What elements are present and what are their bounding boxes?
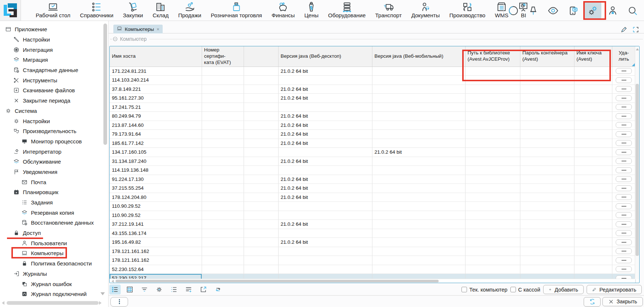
table-row[interactable]: 178.121.161.162 [110,256,636,265]
table-cell[interactable] [278,202,372,211]
refresh-button[interactable] [584,297,601,307]
table-cell[interactable] [520,94,574,103]
table-cell[interactable] [372,94,465,103]
table-cell[interactable] [278,265,372,274]
menu-item-8[interactable]: Цены [300,0,323,18]
table-cell[interactable] [520,121,574,130]
table-cell[interactable] [465,256,520,265]
table-cell[interactable] [520,220,574,229]
table-cell[interactable] [465,103,520,112]
table-cell[interactable] [278,247,372,256]
table-cell[interactable] [372,256,465,265]
app-logo[interactable] [0,0,21,21]
table-cell[interactable] [244,139,278,148]
sidebar-item-журналы[interactable]: Журналы [0,269,102,279]
table-row[interactable]: 213.87.144.6021.0.2 64 bit [110,121,636,130]
table-cell[interactable] [202,166,244,175]
delete-row-button[interactable] [616,131,632,137]
table-row[interactable]: 31.134.187.24021.0.2 64 bit [110,157,636,166]
delete-row-button[interactable] [616,68,632,74]
table-cell[interactable]: 21.0.2 64 bit [278,157,372,166]
sidebar-item-доступ[interactable]: Доступ [0,228,102,238]
table-cell[interactable] [202,148,244,157]
table-cell[interactable]: 213.87.144.60 [110,121,202,130]
delete-row-button[interactable] [616,194,632,200]
table-cell[interactable] [244,130,278,139]
table-cell[interactable] [372,193,465,202]
search-icon[interactable] [624,2,641,19]
table-cell[interactable] [202,184,244,193]
table-hscroll-thumb[interactable] [116,280,439,282]
table-cell[interactable] [520,229,574,238]
sidebar-scroll-right-arrow[interactable] [99,301,102,305]
table-cell[interactable] [465,166,520,175]
table-cell[interactable]: 95.161.227.30 [110,94,202,103]
table-cell[interactable] [202,94,244,103]
table-row[interactable]: 185.61.77.14221.0.2 64 bit [110,139,636,148]
table-cell[interactable] [202,157,244,166]
table-cell[interactable] [574,265,612,274]
edit-form-pencil-icon[interactable] [620,26,627,35]
table-cell[interactable] [244,184,278,193]
menu-item-5[interactable]: Продажи [173,0,206,18]
table-cell[interactable] [574,112,612,121]
table-cell[interactable] [372,103,465,112]
table-cell[interactable] [372,202,465,211]
table-cell[interactable] [574,184,612,193]
table-cell[interactable] [520,193,574,202]
table-cell[interactable] [278,76,372,85]
table-cell[interactable] [574,157,612,166]
sidebar-item-приложение[interactable]: Приложение [0,24,102,35]
table-cell[interactable]: 114.103.240.214 [110,76,202,85]
sidebar-item-компьютеры[interactable]: Компьютеры [0,248,102,258]
table-cell[interactable] [202,211,244,220]
table-cell[interactable] [278,211,372,220]
current-computer-checkbox[interactable]: Тек. компьютер [461,287,507,293]
table-cell[interactable] [202,265,244,274]
numbered-list-button[interactable] [168,285,180,294]
table-cell[interactable] [465,202,520,211]
menu-item-1[interactable]: Рабочий стол [31,0,75,18]
table-cell[interactable] [520,103,574,112]
delete-row-button[interactable] [616,158,632,164]
table-cell[interactable] [574,139,612,148]
sidebar-item-скачивание-файлов[interactable]: Скачивание файлов [0,85,102,96]
table-row[interactable]: 17.241.75.21 [110,103,636,112]
table-cell[interactable] [520,76,574,85]
table-cell[interactable]: 21.0.2 64 bit [372,148,465,157]
sidebar-item-настройки[interactable]: Настройки [0,35,102,45]
table-cell[interactable] [372,265,465,274]
table-cell[interactable] [574,121,612,130]
table-cell[interactable] [520,130,574,139]
table-cell[interactable]: 21.0.2 64 bit [278,139,372,148]
sidebar-item-журнал-подключений[interactable]: Журнал подключений [0,289,102,299]
sidebar-item-журнал-ошибок[interactable]: Журнал ошибок [0,279,102,289]
table-cell[interactable] [202,247,244,256]
table-cell[interactable] [520,256,574,265]
table-cell[interactable] [465,229,520,238]
table-cell[interactable]: 178.121.161.162 [110,256,202,265]
column-header-5[interactable]: Версия java (Веб-мобильный) [372,46,465,67]
table-cell[interactable] [574,229,612,238]
table-cell[interactable] [244,256,278,265]
table-cell[interactable] [278,256,372,265]
table-cell[interactable]: 21.0.2 64 bit [278,238,372,247]
time-icon[interactable] [505,2,522,19]
table-cell[interactable]: 195.16.49.82 [110,238,202,247]
table-cell[interactable]: 178.124.204.80 [110,193,202,202]
table-cell[interactable] [520,238,574,247]
menu-item-11[interactable]: Документы [407,0,445,18]
table-cell[interactable] [244,103,278,112]
delete-row-button[interactable] [616,113,632,119]
table-cell[interactable] [465,76,520,85]
filter-button[interactable] [139,285,150,294]
table-cell[interactable] [202,130,244,139]
table-cell[interactable] [202,202,244,211]
delete-row-button[interactable] [616,185,632,191]
table-cell[interactable] [520,148,574,157]
cycle-button[interactable] [212,285,224,294]
delete-row-button[interactable] [616,230,632,236]
table-cell[interactable] [465,220,520,229]
table-cell[interactable] [244,112,278,121]
table-cell[interactable]: 21.0.2 64 bit [278,130,372,139]
